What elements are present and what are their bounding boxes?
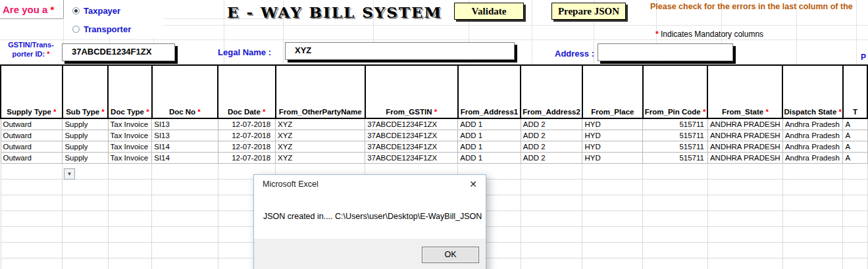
col-header-from-address2[interactable]: From_Address2 (521, 65, 582, 118)
empty-cell[interactable] (643, 242, 708, 258)
col-header-sub-type[interactable]: Sub Type * (63, 65, 108, 118)
empty-cell[interactable] (108, 226, 152, 242)
empty-cell[interactable] (782, 163, 843, 179)
cell[interactable]: Tax Invoice (108, 152, 152, 163)
legal-name-input[interactable]: XYZ (285, 42, 515, 60)
cell[interactable]: Andhra Pradesh (782, 152, 843, 163)
col-header-from-pin-code[interactable]: From_Pin Code * (643, 65, 708, 118)
empty-cell[interactable] (521, 210, 582, 226)
cell[interactable]: SI14 (152, 152, 218, 163)
empty-cell[interactable] (643, 226, 708, 242)
empty-cell[interactable] (1, 195, 63, 210)
empty-cell[interactable] (1, 226, 63, 242)
cell[interactable]: HYD (582, 118, 643, 130)
empty-cell[interactable] (1, 242, 63, 258)
cell[interactable]: Outward (1, 130, 63, 141)
empty-cell[interactable] (582, 258, 643, 269)
col-header-from-state[interactable]: From_State * (707, 65, 782, 118)
empty-cell[interactable] (152, 210, 218, 226)
prepare-json-button[interactable]: Prepare JSON (551, 3, 626, 20)
empty-cell[interactable] (108, 242, 152, 258)
empty-cell[interactable] (63, 210, 108, 226)
cell[interactable]: ADD 1 (458, 130, 521, 141)
empty-cell[interactable] (707, 195, 782, 210)
cell[interactable]: HYD (582, 141, 643, 152)
empty-cell[interactable] (582, 226, 643, 242)
cell[interactable]: ANDHRA PRADESH (707, 118, 782, 130)
empty-cell[interactable] (843, 179, 867, 195)
radio-taxpayer[interactable]: Taxpayer (72, 5, 120, 16)
cell[interactable]: HYD (582, 130, 643, 141)
col-header-from-gstin[interactable]: From_GSTIN * (365, 65, 458, 118)
cell[interactable]: Tax Invoice (108, 130, 152, 141)
cell[interactable]: Andhra Pradesh (782, 141, 843, 152)
col-header-supply-type[interactable]: Supply Type * (1, 65, 63, 118)
empty-cell[interactable] (782, 226, 843, 242)
cell[interactable]: XYZ (276, 118, 365, 130)
empty-cell[interactable] (521, 258, 582, 269)
empty-cell[interactable] (707, 210, 782, 226)
cell[interactable]: ANDHRA PRADESH (707, 152, 782, 163)
col-header-clipped[interactable]: T (843, 65, 867, 118)
cell[interactable]: 12-07-2018 (218, 130, 276, 141)
empty-cell[interactable] (1, 179, 63, 195)
empty-cell[interactable] (521, 179, 582, 195)
cell[interactable]: ADD 1 (458, 118, 521, 130)
empty-cell[interactable] (108, 195, 152, 210)
empty-cell[interactable] (521, 226, 582, 242)
empty-cell[interactable] (63, 195, 108, 210)
empty-cell[interactable] (582, 163, 643, 179)
cell[interactable]: Supply (63, 152, 108, 163)
cell[interactable]: Supply (63, 130, 108, 141)
cell[interactable]: ADD 2 (521, 118, 582, 130)
empty-cell[interactable] (707, 226, 782, 242)
cell[interactable]: 515711 (643, 141, 708, 152)
empty-cell[interactable] (521, 163, 582, 179)
empty-cell[interactable] (582, 210, 643, 226)
empty-cell[interactable] (782, 210, 843, 226)
empty-cell[interactable] (108, 163, 152, 179)
empty-cell[interactable] (707, 163, 782, 179)
empty-cell[interactable] (108, 258, 152, 269)
empty-cell[interactable] (63, 179, 108, 195)
empty-cell[interactable] (152, 258, 218, 269)
col-header-from-place[interactable]: From_Place (582, 65, 643, 118)
cell[interactable]: 515711 (643, 118, 708, 130)
cell[interactable]: HYD (582, 152, 643, 163)
gstin-input[interactable]: 37ABCDE1234F1ZX (62, 43, 175, 61)
cell[interactable]: Outward (1, 118, 63, 130)
empty-cell[interactable] (843, 242, 867, 258)
radio-transporter[interactable]: Transporter (72, 24, 131, 34)
cell[interactable]: Supply (63, 118, 108, 130)
cell[interactable]: ANDHRA PRADESH (707, 130, 782, 141)
empty-cell[interactable] (152, 179, 218, 195)
empty-cell[interactable] (707, 179, 782, 195)
cell[interactable]: Tax Invoice (108, 118, 152, 130)
cell[interactable]: XYZ (276, 130, 365, 141)
empty-cell[interactable] (152, 195, 218, 210)
cell[interactable]: ANDHRA PRADESH (707, 141, 782, 152)
cell[interactable]: ADD 1 (458, 152, 521, 163)
empty-cell[interactable] (63, 242, 108, 258)
empty-cell[interactable] (108, 179, 152, 195)
empty-cell[interactable] (108, 210, 152, 226)
cell[interactable]: 37ABCDE1234F1ZX (365, 141, 458, 152)
empty-cell[interactable] (582, 195, 643, 210)
cell[interactable]: ADD 2 (521, 141, 582, 152)
empty-cell[interactable] (782, 242, 843, 258)
cell[interactable]: SI13 (152, 118, 218, 130)
empty-cell[interactable] (643, 210, 708, 226)
empty-cell[interactable] (1, 163, 63, 179)
empty-cell[interactable] (521, 242, 582, 258)
empty-cell[interactable] (782, 195, 843, 210)
cell[interactable]: A (843, 118, 867, 130)
col-header-doc-type[interactable]: Doc Type * (108, 65, 152, 118)
cell[interactable]: SI13 (152, 130, 218, 141)
empty-cell[interactable] (843, 210, 867, 226)
empty-cell[interactable] (152, 163, 218, 179)
empty-cell[interactable] (707, 242, 782, 258)
empty-cell[interactable] (707, 258, 782, 269)
empty-cell[interactable] (152, 242, 218, 258)
empty-cell[interactable] (63, 258, 108, 269)
ok-button[interactable]: OK (422, 247, 479, 263)
